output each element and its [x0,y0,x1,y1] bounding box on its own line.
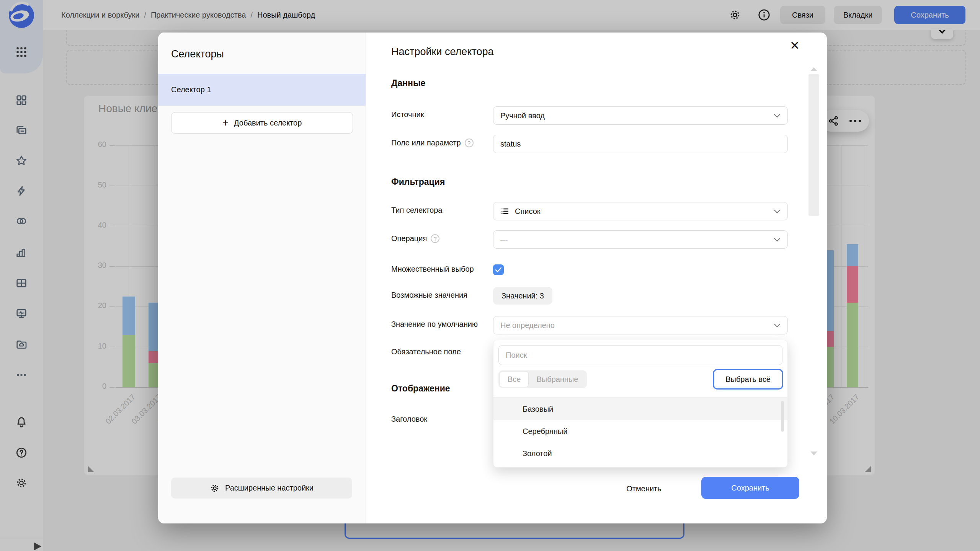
required-field-label: Обязательное поле [391,347,461,356]
possible-values-label: Возможные значения [391,291,467,300]
operation-select[interactable]: — [493,230,788,249]
operation-label: Операция ? [391,234,439,243]
source-value: Ручной ввод [500,111,545,120]
scrollbar-thumb[interactable] [808,74,819,216]
add-selector-button[interactable]: + Добавить селектор [171,112,353,134]
dropdown-option[interactable]: Базовый [493,398,787,420]
chevron-down-icon [774,238,781,242]
dropdown-filter-tabs: Все Выбранные [498,370,587,388]
default-value-placeholder: Не определено [500,321,555,330]
source-label: Источник [391,110,424,119]
close-icon[interactable]: × [786,37,803,54]
field-input[interactable] [493,135,788,153]
tab-selected[interactable]: Выбранные [529,372,586,387]
selectors-panel [158,33,366,523]
section-display-header: Отображение [391,383,450,394]
plus-icon: + [222,117,229,128]
field-label: Поле или параметр ? [391,139,474,147]
help-question-icon[interactable]: ? [465,139,474,147]
advanced-settings-label: Расширенные настройки [225,484,314,492]
select-all-button[interactable]: Выбрать всё [713,369,783,390]
list-icon [500,207,510,216]
selector-list-item-label: Селектор 1 [171,85,211,94]
default-value-select[interactable]: Не определено [493,316,788,334]
selector-type-select[interactable]: Список [493,202,788,220]
save-selector-button[interactable]: Сохранить [701,477,799,499]
selectors-panel-title: Селекторы [171,48,224,60]
operation-value: — [500,235,508,244]
multi-select-label: Множественный выбор [391,265,474,274]
selectors-dialog: Селекторы Селектор 1 + Добавить селектор… [0,0,980,551]
source-select[interactable]: Ручной ввод [493,106,788,125]
dropdown-divider [493,397,787,398]
help-question-icon[interactable]: ? [431,234,439,243]
scrollbar-up-arrow-icon[interactable] [810,67,817,71]
dropdown-search-input[interactable] [498,345,782,365]
screen: Новые клие 010203040506002.03.201703.03.… [0,0,980,551]
operation-label-text: Операция [391,234,427,243]
gear-icon [210,483,220,493]
default-value-label: Значение по умолчанию [391,320,478,329]
field-label-text: Поле или параметр [391,139,461,147]
advanced-settings-button[interactable]: Расширенные настройки [171,478,352,499]
section-data-header: Данные [391,78,425,88]
dropdown-option[interactable]: Золотой [493,442,787,465]
cancel-button[interactable]: Отменить [616,481,672,496]
chevron-down-icon [774,209,781,214]
chevron-down-icon [774,323,781,328]
selector-type-label: Тип селектора [391,206,442,215]
section-filter-header: Фильтрация [391,177,445,187]
tab-all[interactable]: Все [500,371,529,387]
scrollbar-down-arrow-icon[interactable] [810,452,817,455]
selector-type-value: Список [515,207,541,216]
selector-list-item[interactable]: Селектор 1 [158,74,366,106]
settings-title: Настройки селектора [391,46,494,58]
title-field-label: Заголовок [391,415,427,424]
values-count-chip[interactable]: Значений: 3 [493,287,552,305]
chevron-down-icon [774,114,781,118]
add-selector-label: Добавить селектор [234,119,302,127]
dropdown-scrollbar-thumb[interactable] [781,401,784,432]
dropdown-option[interactable]: Серебряный [493,420,787,442]
check-icon [495,267,502,273]
multi-select-checkbox[interactable] [493,264,504,275]
